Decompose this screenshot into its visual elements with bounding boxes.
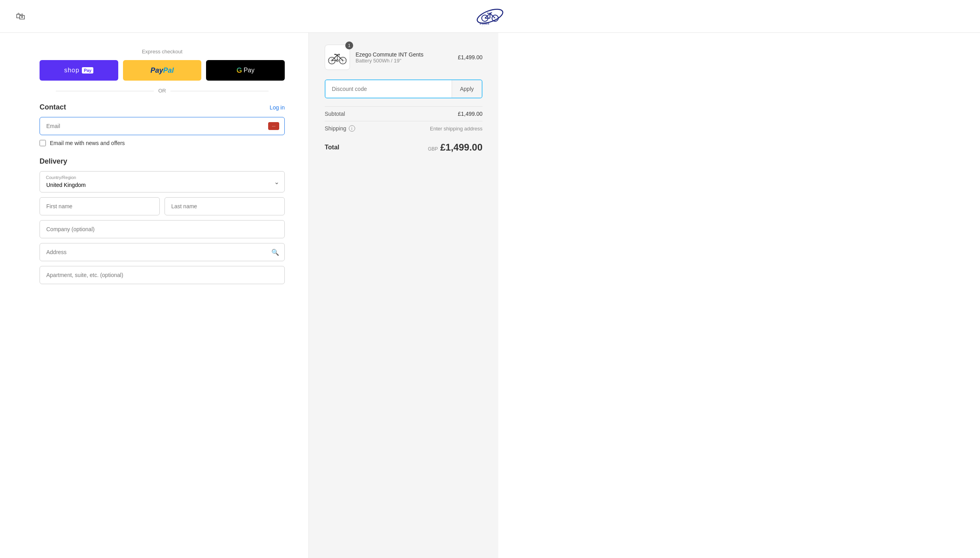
express-buttons: shop Pay PayPal G Pay bbox=[40, 60, 285, 81]
header: 🛍 e-bikes evolution bbox=[0, 0, 980, 33]
shipping-label-text: Shipping bbox=[325, 125, 346, 132]
main-layout: Express checkout shop Pay PayPal bbox=[0, 33, 980, 558]
shop-text: shop bbox=[64, 67, 79, 74]
svg-line-7 bbox=[489, 13, 492, 13]
apply-button[interactable]: Apply bbox=[452, 80, 482, 98]
logo-svg: e-bikes evolution bbox=[474, 6, 506, 26]
product-name: Ezego Commute INT Gents bbox=[356, 51, 452, 58]
shipping-row: Shipping i Enter shipping address bbox=[325, 121, 482, 136]
pay-box: Pay bbox=[82, 67, 94, 74]
gpay-g: G bbox=[236, 66, 242, 75]
product-price: £1,499.00 bbox=[458, 54, 482, 60]
discount-wrapper: Apply bbox=[325, 79, 482, 98]
news-offers-row: Email me with news and offers bbox=[40, 140, 285, 146]
shipping-label: Shipping i bbox=[325, 125, 355, 132]
total-price: £1,499.00 bbox=[440, 142, 482, 153]
express-checkout-section: Express checkout shop Pay PayPal bbox=[40, 49, 285, 94]
svg-line-4 bbox=[490, 13, 495, 18]
svg-line-8 bbox=[487, 13, 489, 13]
product-info: Ezego Commute INT Gents Battery 500Wh / … bbox=[356, 51, 452, 64]
total-label: Total bbox=[325, 144, 339, 151]
country-wrapper: Country/Region United Kingdom ⌄ bbox=[40, 171, 285, 192]
login-link[interactable]: Log in bbox=[270, 104, 285, 111]
subtotal-value: £1,499.00 bbox=[458, 111, 482, 117]
product-row: 1 Ezego Commute INT Gents Battery 500Wh … bbox=[325, 45, 482, 70]
svg-text:e-bikes: e-bikes bbox=[480, 22, 489, 25]
last-name-input[interactable] bbox=[165, 197, 285, 215]
product-image bbox=[325, 45, 350, 70]
currency-label: GBP bbox=[428, 146, 438, 152]
product-quantity-badge: 1 bbox=[345, 41, 353, 49]
email-input[interactable] bbox=[40, 117, 285, 135]
address-input[interactable] bbox=[40, 243, 285, 261]
shipping-value: Enter shipping address bbox=[430, 126, 482, 132]
svg-line-3 bbox=[485, 13, 490, 18]
delivery-section: Delivery Country/Region United Kingdom ⌄ bbox=[40, 157, 285, 284]
paypal-button[interactable]: PayPal bbox=[123, 60, 202, 81]
shipping-info-icon[interactable]: i bbox=[349, 125, 355, 132]
paypal-text: PayPal bbox=[150, 66, 174, 75]
total-row: Total GBP £1,499.00 bbox=[325, 136, 482, 153]
company-wrapper bbox=[40, 220, 285, 238]
company-input[interactable] bbox=[40, 220, 285, 238]
cart-icon[interactable]: 🛍 bbox=[16, 11, 25, 22]
search-icon: 🔍 bbox=[271, 249, 279, 256]
total-price-wrapper: GBP £1,499.00 bbox=[428, 142, 482, 153]
product-variant: Battery 500Wh / 19" bbox=[356, 58, 452, 64]
gpay-button[interactable]: G Pay bbox=[206, 60, 285, 81]
logo: e-bikes evolution bbox=[474, 6, 506, 26]
svg-text:evolution: evolution bbox=[478, 25, 488, 26]
contact-header: Contact Log in bbox=[40, 103, 285, 111]
or-label: OR bbox=[158, 88, 166, 94]
left-panel: Express checkout shop Pay PayPal bbox=[0, 33, 308, 558]
country-select[interactable]: United Kingdom bbox=[40, 171, 285, 192]
right-panel: 1 Ezego Commute INT Gents Battery 500Wh … bbox=[308, 33, 498, 558]
contact-title: Contact bbox=[40, 103, 66, 111]
or-divider: OR bbox=[40, 88, 285, 94]
shop-pay-button[interactable]: shop Pay bbox=[40, 60, 118, 81]
email-wrapper: ··· bbox=[40, 117, 285, 135]
contact-section: Contact Log in ··· Email me with news an… bbox=[40, 103, 285, 146]
delivery-title: Delivery bbox=[40, 157, 285, 166]
paypal-dark: Pay bbox=[150, 66, 163, 74]
name-row bbox=[40, 197, 285, 215]
address-wrapper: 🔍 bbox=[40, 243, 285, 261]
gpay-text: Pay bbox=[244, 67, 255, 74]
country-label: Country/Region bbox=[46, 175, 76, 180]
apartment-wrapper bbox=[40, 266, 285, 284]
apartment-input[interactable] bbox=[40, 266, 285, 284]
news-offers-label: Email me with news and offers bbox=[50, 140, 125, 146]
express-checkout-label: Express checkout bbox=[40, 49, 285, 55]
first-name-input[interactable] bbox=[40, 197, 160, 215]
subtotal-row: Subtotal £1,499.00 bbox=[325, 106, 482, 121]
product-image-wrapper: 1 bbox=[325, 45, 350, 70]
email-autofill-icon[interactable]: ··· bbox=[268, 122, 279, 130]
bike-image-svg bbox=[327, 49, 348, 65]
discount-input[interactable] bbox=[325, 80, 452, 98]
shop-pay-text: shop Pay bbox=[64, 67, 93, 74]
paypal-blue: Pal bbox=[163, 66, 174, 74]
news-offers-checkbox[interactable] bbox=[40, 140, 46, 146]
subtotal-label: Subtotal bbox=[325, 111, 345, 117]
